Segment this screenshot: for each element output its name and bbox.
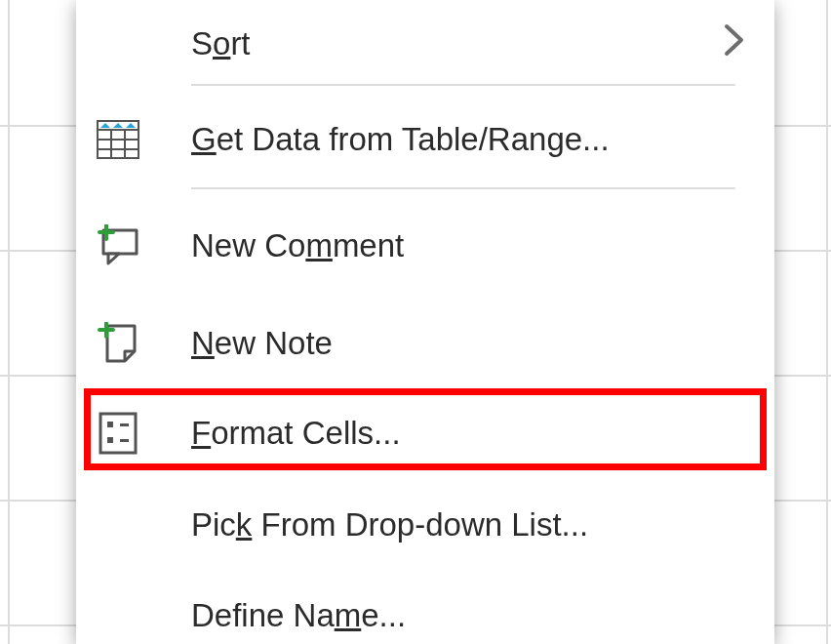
- svg-rect-15: [100, 414, 136, 453]
- menu-label-get-data: Get Data from Table/Range...: [191, 121, 745, 158]
- format-cells-icon: [94, 409, 142, 458]
- menu-label-pick-list: Pick From Drop-down List...: [191, 506, 745, 543]
- chevron-right-icon: [724, 22, 745, 66]
- menu-item-new-note[interactable]: New Note: [76, 312, 774, 375]
- menu-item-define-name[interactable]: Define Name...: [76, 587, 774, 644]
- menu-item-get-data[interactable]: Get Data from Table/Range...: [76, 106, 774, 173]
- menu-label-new-note: New Note: [191, 325, 745, 362]
- menu-label-new-comment: New Comment: [191, 227, 745, 264]
- menu-label-format-cells: Format Cells...: [191, 415, 745, 452]
- new-comment-icon: [94, 221, 142, 270]
- menu-label-sort: Sort: [191, 25, 724, 62]
- svg-rect-16: [107, 422, 113, 427]
- new-note-icon: [94, 319, 142, 368]
- svg-marker-10: [108, 254, 119, 263]
- separator: [191, 84, 735, 86]
- menu-item-format-cells[interactable]: Format Cells...: [76, 402, 774, 464]
- svg-rect-17: [107, 437, 113, 443]
- menu-item-pick-list[interactable]: Pick From Drop-down List...: [76, 496, 774, 554]
- svg-rect-18: [120, 423, 129, 426]
- menu-item-new-comment[interactable]: New Comment: [76, 215, 774, 277]
- separator: [191, 187, 735, 189]
- svg-rect-19: [120, 439, 129, 442]
- table-range-icon: [94, 115, 142, 164]
- context-menu: Sort Get Data from Table/Range...: [76, 0, 774, 644]
- menu-item-sort[interactable]: Sort: [76, 18, 774, 70]
- menu-label-define-name: Define Name...: [191, 597, 745, 634]
